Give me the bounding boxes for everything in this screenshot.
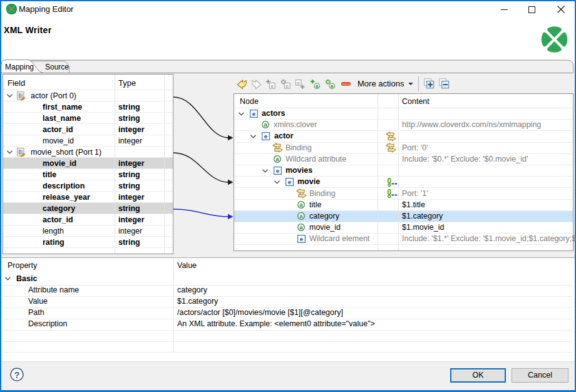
svg-text:a: a: [275, 155, 279, 162]
svg-text:?: ?: [14, 370, 20, 380]
svg-text:a: a: [299, 224, 303, 230]
svg-text:e: e: [300, 235, 303, 242]
svg-text:e: e: [297, 80, 301, 86]
svg-text:e: e: [276, 167, 279, 173]
svg-text:a: a: [299, 201, 303, 208]
svg-text:a: a: [331, 83, 334, 89]
svg-text:e: e: [271, 83, 274, 89]
svg-text:a: a: [264, 121, 267, 128]
svg-text:e: e: [286, 83, 289, 89]
svg-text:a: a: [299, 212, 303, 219]
svg-text:e: e: [252, 110, 255, 116]
svg-text:e: e: [264, 133, 267, 140]
svg-text:e: e: [288, 178, 291, 185]
svg-text:a: a: [316, 83, 319, 89]
